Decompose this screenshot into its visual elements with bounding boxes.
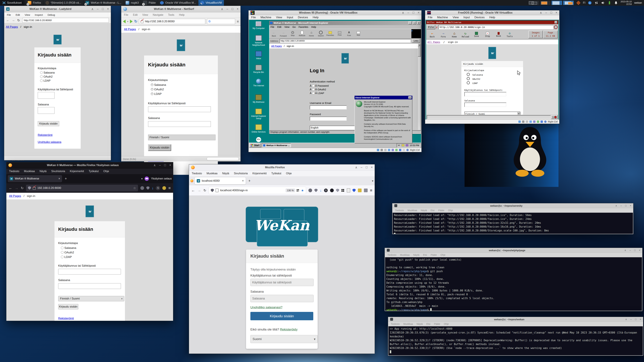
radio-row-oauth2[interactable]: OAuth2 bbox=[61, 251, 121, 254]
reader-squares-icon[interactable] bbox=[297, 189, 299, 192]
reload-icon[interactable]: ↻ bbox=[21, 186, 24, 190]
radio-icon[interactable] bbox=[312, 88, 314, 91]
desktop-icon-the-internet[interactable]: The Internet bbox=[250, 79, 267, 87]
signin-button[interactable]: Kirjaudu sisään bbox=[148, 144, 171, 151]
menu-paate[interactable]: Pääte bbox=[431, 254, 437, 256]
menu-file[interactable]: File bbox=[124, 13, 128, 16]
tray-icon[interactable] bbox=[406, 144, 408, 146]
url-bar[interactable]: 192.168.0.20:8000 ☆ bbox=[26, 185, 138, 191]
desktop-icon-inbox[interactable]: Inbox bbox=[250, 51, 267, 60]
workspace-3[interactable] bbox=[551, 0, 562, 5]
menu-ohje[interactable]: Ohje bbox=[286, 172, 292, 175]
menu-edit[interactable]: Edit bbox=[278, 26, 282, 28]
shade-button[interactable]: ∧ bbox=[615, 204, 617, 207]
search-field[interactable]: G bbox=[207, 19, 235, 24]
tray-icon-hp[interactable]: hp bbox=[588, 1, 592, 5]
maximize-button[interactable]: □ bbox=[102, 7, 104, 11]
bookmark-star-icon-filled[interactable]: ★ bbox=[301, 189, 304, 192]
radio-row-password[interactable]: Salasana bbox=[151, 83, 214, 87]
taskbar-item-virtualbox-manager[interactable]: Oracle VM VirtualBox M... bbox=[158, 0, 198, 6]
back-icon[interactable]: ← bbox=[9, 186, 12, 190]
radio-row-password[interactable]: Salasana bbox=[61, 246, 121, 250]
radio-icon[interactable] bbox=[61, 251, 64, 254]
scroll-up-arrow[interactable]: ▲ bbox=[418, 43, 421, 46]
tracking-shield-icon[interactable] bbox=[28, 186, 31, 190]
taskbar-item-gimp[interactable]: *[Nimetön]-1.0 (RGB-vä... bbox=[44, 0, 83, 6]
radio-icon[interactable] bbox=[40, 71, 43, 74]
minimize-button[interactable]: – bbox=[226, 7, 228, 11]
minimize-button[interactable]: – bbox=[630, 249, 631, 252]
ie-close-button[interactable]: × bbox=[417, 21, 420, 24]
download-icon[interactable]: ↓ bbox=[152, 186, 154, 190]
taskbar-item-wekan-ladybird[interactable]: w2 WeKan ® Multiverse - L... bbox=[84, 0, 123, 6]
menu-view[interactable]: View bbox=[276, 16, 282, 19]
register-link[interactable]: Rekisteröidy bbox=[280, 328, 298, 331]
ext-grid-icon[interactable] bbox=[342, 189, 344, 192]
minimize-button[interactable]: – bbox=[361, 166, 362, 169]
forward-icon[interactable]: → bbox=[198, 188, 201, 193]
clear-url-icon[interactable]: ✗ bbox=[436, 25, 438, 29]
workspace-pager[interactable] bbox=[528, 0, 574, 5]
username-input[interactable] bbox=[58, 269, 121, 275]
ext-shield-icon[interactable] bbox=[146, 186, 150, 190]
about-dialog-titlebar[interactable]: About Internet Explorer × bbox=[354, 96, 412, 99]
tracking-shield-icon[interactable] bbox=[211, 189, 214, 192]
taskbar-item-terminal[interactable]: 5 Pääte bbox=[141, 0, 158, 6]
ext-puzzle-icon[interactable] bbox=[364, 189, 368, 192]
maximize-button[interactable]: □ bbox=[366, 166, 368, 169]
username-input[interactable] bbox=[38, 92, 54, 99]
zoom-level-button[interactable]: 130 % bbox=[286, 189, 295, 192]
taskbar-item-virtualboxvm[interactable]: 2 VirtualBoxVM bbox=[198, 0, 224, 6]
menu-paate[interactable]: Pääte bbox=[438, 209, 444, 212]
radio-row-ldap[interactable]: LDAP bbox=[467, 81, 520, 84]
menu-nayta[interactable]: Näytä bbox=[416, 323, 423, 325]
menu-tiedosto[interactable]: Tiedosto bbox=[388, 254, 396, 256]
password-input[interactable] bbox=[148, 121, 211, 127]
minimize-button[interactable]: – bbox=[630, 318, 632, 321]
download-icon[interactable]: ↓ bbox=[320, 188, 322, 193]
dillo-titlebar[interactable]: Dillo: WeKan Â® Multiverse × bbox=[426, 20, 558, 24]
ext-shield-icon[interactable] bbox=[314, 189, 318, 192]
menu-muokkaa[interactable]: Muokkaa bbox=[24, 170, 35, 173]
shade-button[interactable]: ∧ bbox=[625, 318, 627, 321]
ie-home-button[interactable]: ⌂Home bbox=[307, 31, 316, 37]
ext-shield2-icon[interactable] bbox=[336, 189, 339, 192]
forward-icon[interactable] bbox=[130, 19, 133, 23]
password-input[interactable] bbox=[310, 117, 347, 121]
menu-tiedosto[interactable]: Tiedosto bbox=[395, 209, 404, 212]
menu-view[interactable]: View bbox=[142, 13, 148, 16]
back-dropdown-icon[interactable]: ▾ bbox=[127, 20, 128, 23]
dillo-tools-button[interactable]: ⚙Tools bbox=[504, 31, 515, 37]
menu-sivuhistoria[interactable]: Sivuhistoria bbox=[234, 172, 248, 175]
dillo-home-button[interactable]: ⌂Home bbox=[449, 31, 460, 38]
radio-row-password[interactable]: Salasana bbox=[40, 71, 77, 74]
shade-button[interactable]: ∧ bbox=[540, 11, 542, 14]
ladybird-titlebar[interactable]: w WeKan ® Multiverse - Ladybird ∧–□× bbox=[4, 6, 111, 12]
close-button[interactable]: × bbox=[169, 163, 171, 167]
radio-icon[interactable] bbox=[467, 73, 470, 76]
menu-muokkaa[interactable]: Muokkaa bbox=[408, 209, 417, 212]
ie-maximize-button[interactable]: □ bbox=[413, 21, 416, 24]
hamburger-icon[interactable]: ≡ bbox=[370, 188, 372, 193]
menu-kirjanmerkit[interactable]: Kirjanmerkit bbox=[252, 172, 266, 175]
ext-dark-icon[interactable] bbox=[330, 189, 334, 192]
forgot-password-link[interactable]: Unohtuiko salasana bbox=[38, 141, 62, 143]
search-icon[interactable] bbox=[554, 25, 558, 29]
terminal-screen[interactable]: ResourceLoader: Finished load of: "http:… bbox=[392, 213, 633, 234]
url-bar[interactable]: localhost:4000/sign-in 130 % ★ bbox=[209, 187, 306, 194]
username-input[interactable] bbox=[310, 105, 347, 109]
ext-highlighter-icon[interactable] bbox=[358, 189, 362, 192]
language-select[interactable]: Finnish / Suomi ▾ bbox=[58, 296, 124, 301]
ie-font-button[interactable]: AFont bbox=[344, 31, 354, 36]
menu-devices[interactable]: Devices bbox=[298, 16, 308, 19]
radio-row-oauth2[interactable]: Â Â OAuth2 bbox=[310, 88, 421, 91]
dillo-back-button[interactable]: ←Back bbox=[427, 31, 438, 38]
menu-tyokalut[interactable]: Työkalut bbox=[271, 172, 282, 175]
breadcrumb-all-pages-link[interactable]: All Pages bbox=[428, 41, 440, 43]
menu-input[interactable]: Input bbox=[464, 16, 470, 19]
password-input[interactable] bbox=[58, 283, 121, 289]
maximize-button[interactable]: □ bbox=[635, 318, 636, 321]
select-arrow[interactable]: ▼ bbox=[517, 112, 520, 115]
language-select[interactable]: Suomi ▾ bbox=[250, 335, 318, 343]
radio-row-ldap[interactable]: LDAP bbox=[40, 79, 77, 82]
